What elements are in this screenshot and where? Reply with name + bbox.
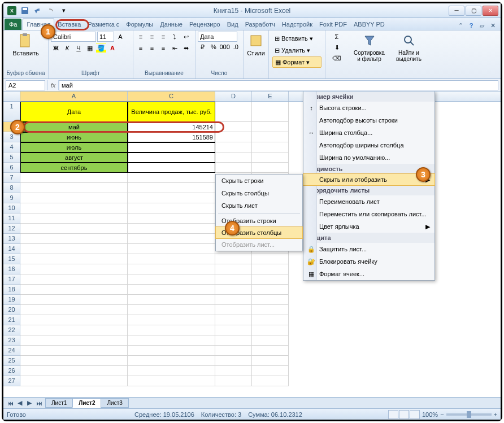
sort-filter-button[interactable]: Сортировка и фильтр	[350, 32, 388, 63]
cell-c3[interactable]: 151589	[128, 132, 215, 142]
italic-icon[interactable]: К	[62, 43, 72, 53]
underline-icon[interactable]: Ч	[73, 43, 84, 53]
tab-page-layout[interactable]: Разметка с	[84, 19, 123, 30]
row-header-20[interactable]: 20	[3, 305, 20, 315]
tab-view[interactable]: Вид	[224, 19, 242, 30]
next-sheet-icon[interactable]: ▶	[25, 399, 34, 408]
row-header-22[interactable]: 22	[3, 325, 20, 335]
col-header-d[interactable]: D	[215, 91, 252, 101]
qat-custom-icon[interactable]: ▾	[58, 5, 70, 16]
redo-icon[interactable]	[45, 5, 57, 16]
autosum-icon[interactable]: Σ	[332, 32, 342, 42]
number-format-combo[interactable]: Дата	[198, 32, 237, 42]
menu-protect-sheet[interactable]: 🔒Защитить лист...	[303, 243, 435, 255]
row-header-12[interactable]: 12	[3, 224, 20, 234]
menu-move-copy-sheet[interactable]: Переместить или скопировать лист...	[303, 208, 435, 220]
row-header-11[interactable]: 11	[3, 213, 20, 224]
menu-autofit-row[interactable]: Автоподбор высоты строки	[303, 114, 435, 127]
row-header-23[interactable]: 23	[3, 335, 20, 346]
cell-a6[interactable]: сентябрь	[20, 163, 128, 173]
menu-default-width[interactable]: Ширина по умолчанию...	[303, 151, 435, 164]
row-header-17[interactable]: 17	[3, 274, 20, 285]
delete-cells-button[interactable]: ⊟Удалить▾	[272, 45, 321, 56]
close-button[interactable]: ✕	[483, 6, 498, 16]
name-box[interactable]: A2	[6, 80, 45, 90]
grow-font-icon[interactable]: A	[115, 32, 125, 42]
minimize-button[interactable]: ─	[449, 6, 464, 16]
cell-d1[interactable]	[215, 102, 252, 122]
align-top-icon[interactable]: ≡	[136, 32, 146, 42]
zoom-slider[interactable]	[446, 413, 492, 416]
row-header-16[interactable]: 16	[3, 264, 20, 274]
inc-decimal-icon[interactable]: .0	[231, 42, 241, 52]
maximize-button[interactable]: ▢	[466, 6, 481, 16]
cell-c1[interactable]: Величина продаж, тыс. руб.	[128, 102, 215, 122]
row-header-9[interactable]: 9	[3, 193, 20, 203]
normal-view-icon[interactable]	[388, 410, 398, 419]
row-header-21[interactable]: 21	[3, 315, 20, 325]
percent-icon[interactable]: %	[208, 42, 218, 52]
row-header-13[interactable]: 13	[3, 234, 20, 244]
cell-e1[interactable]	[252, 102, 289, 122]
row-header-10[interactable]: 10	[3, 203, 20, 213]
fill-color-icon[interactable]: 🪣	[96, 43, 106, 53]
tab-insert[interactable]: Вставка	[54, 19, 84, 30]
tab-developer[interactable]: Разработч	[242, 19, 279, 30]
row-header-4[interactable]: 4	[3, 142, 20, 152]
sheet-tab-2[interactable]: Лист2	[72, 398, 101, 408]
menu-autofit-col[interactable]: Автоподбор ширины столбца	[303, 139, 435, 151]
cell-a2[interactable]: май	[20, 122, 128, 132]
clear-icon[interactable]: ⌫	[332, 53, 342, 63]
row-header-15[interactable]: 15	[3, 254, 20, 264]
cell-c6[interactable]	[128, 163, 215, 173]
align-bot-icon[interactable]: ≡	[158, 32, 168, 42]
tab-formulas[interactable]: Формулы	[123, 19, 157, 30]
font-name-combo[interactable]: Calibri	[51, 32, 96, 42]
row-header-14[interactable]: 14	[3, 244, 20, 254]
select-all-corner[interactable]	[3, 91, 20, 101]
first-sheet-icon[interactable]: ⏮	[6, 399, 15, 408]
row-header-1[interactable]: 1	[3, 102, 20, 122]
row-header-25[interactable]: 25	[3, 356, 20, 366]
restore-window-icon[interactable]: ▱	[477, 21, 486, 30]
page-layout-view-icon[interactable]	[399, 410, 409, 419]
menu-hide-cols[interactable]: Скрыть столбцы	[216, 187, 302, 199]
menu-tab-color[interactable]: Цвет ярлычка▶	[303, 220, 435, 233]
zoom-out-icon[interactable]: −	[440, 411, 444, 418]
prev-sheet-icon[interactable]: ◀	[15, 399, 24, 408]
cell-a5[interactable]: август	[20, 152, 128, 163]
row-header-26[interactable]: 26	[3, 366, 20, 376]
fill-icon[interactable]: ⬇	[332, 42, 342, 53]
tab-addins[interactable]: Надстройк	[279, 19, 316, 30]
cell-d2[interactable]	[215, 122, 252, 132]
sheet-tab-1[interactable]: Лист1	[45, 398, 73, 408]
tab-data[interactable]: Данные	[157, 19, 186, 30]
comma-icon[interactable]: 000	[220, 42, 230, 52]
save-icon[interactable]	[19, 5, 31, 16]
row-header-7[interactable]: 7	[3, 173, 20, 183]
cell-a1[interactable]: Дата	[20, 102, 128, 122]
cell-a3[interactable]: июнь	[20, 132, 128, 142]
border-icon[interactable]: ▦	[85, 43, 95, 53]
menu-rename-sheet[interactable]: Переименовать лист	[303, 195, 435, 208]
align-right-icon[interactable]: ≡	[158, 43, 168, 53]
menu-lock-cell[interactable]: 🔐Блокировать ячейку	[303, 255, 435, 268]
align-mid-icon[interactable]: ≡	[147, 32, 157, 42]
row-header-19[interactable]: 19	[3, 295, 20, 305]
page-break-view-icon[interactable]	[410, 410, 420, 419]
row-header-24[interactable]: 24	[3, 346, 20, 356]
tab-foxit[interactable]: Foxit PDF	[316, 19, 350, 30]
last-sheet-icon[interactable]: ⏭	[34, 399, 44, 408]
minimize-ribbon-icon[interactable]: ⌃	[456, 21, 465, 30]
cell-c2[interactable]: 145214	[128, 122, 215, 132]
indent-dec-icon[interactable]: ⇤	[170, 43, 180, 53]
help-icon[interactable]: ?	[467, 21, 476, 30]
menu-row-height[interactable]: ↕Высота строки...	[303, 102, 435, 114]
cell-e2[interactable]	[252, 122, 289, 132]
menu-col-width[interactable]: ↔Ширина столбца...	[303, 127, 435, 139]
zoom-in-icon[interactable]: +	[494, 411, 497, 418]
tab-review[interactable]: Рецензиро	[186, 19, 224, 30]
align-center-icon[interactable]: ≡	[147, 43, 157, 53]
menu-hide-rows[interactable]: Скрыть строки	[216, 175, 302, 187]
font-size-combo[interactable]: 11	[97, 32, 114, 42]
